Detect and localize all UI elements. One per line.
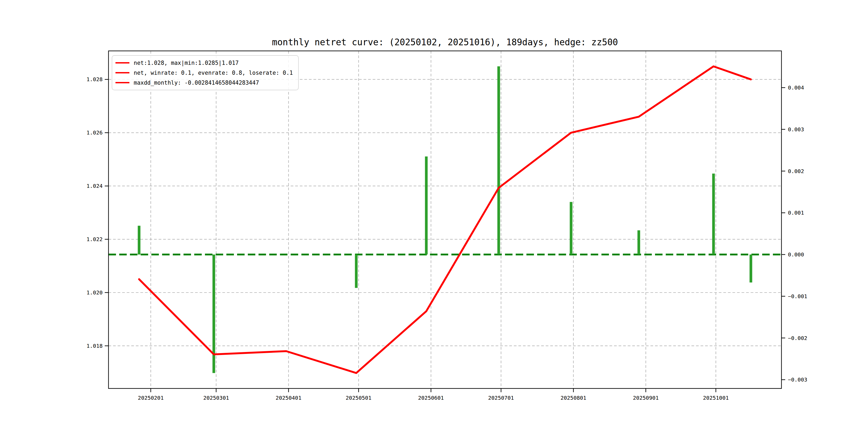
monthly-return-bar xyxy=(138,226,141,254)
legend-item-winrate: net, winrate: 0.1, evenrate: 0.8, losera… xyxy=(116,68,293,78)
legend-item-maxdd: maxdd_monthly: -0.0028414658044283447 xyxy=(116,78,293,88)
right-tick-label: −0.001 xyxy=(788,293,807,300)
left-tick-label: 1.020 xyxy=(87,289,103,296)
right-tick-label: −0.003 xyxy=(788,376,807,383)
x-tick-label: 20250501 xyxy=(346,395,371,401)
right-tick-label: 0.000 xyxy=(788,251,804,258)
monthly-return-bar xyxy=(355,254,358,288)
figure: monthly netret curve: (20250102, 2025101… xyxy=(0,0,868,434)
right-tick-label: 0.003 xyxy=(788,126,804,133)
legend-item-net: net:1.028, max|min:1.0285|1.017 xyxy=(116,58,293,68)
net-line-swatch-icon xyxy=(116,62,129,63)
plot-border xyxy=(108,51,781,389)
monthly-return-bar xyxy=(637,230,640,254)
left-tick-label: 1.018 xyxy=(87,343,103,349)
left-tick-label: 1.028 xyxy=(87,76,103,83)
x-tick-label: 20250701 xyxy=(488,395,514,401)
right-tick-label: 0.004 xyxy=(788,84,804,91)
x-tick-label: 20250301 xyxy=(203,395,229,401)
right-tick-label: 0.001 xyxy=(788,210,804,216)
left-tick-label: 1.022 xyxy=(87,236,103,243)
legend-label: maxdd_monthly: -0.0028414658044283447 xyxy=(134,80,259,86)
left-tick-label: 1.026 xyxy=(87,129,103,136)
net-line xyxy=(139,66,751,373)
legend-label: net, winrate: 0.1, evenrate: 0.8, losera… xyxy=(134,70,293,76)
right-tick-label: 0.002 xyxy=(788,168,804,175)
x-tick-label: 20250201 xyxy=(138,395,164,401)
x-tick-label: 20251001 xyxy=(703,395,729,401)
monthly-return-bar xyxy=(750,254,752,282)
net-line-swatch-icon xyxy=(116,82,129,83)
x-tick-label: 20250401 xyxy=(276,395,301,401)
monthly-return-bars xyxy=(138,66,752,373)
monthly-return-bar xyxy=(712,174,715,254)
monthly-return-bar xyxy=(425,156,428,254)
x-tick-label: 20250601 xyxy=(418,395,444,401)
left-tick-label: 1.024 xyxy=(87,183,103,189)
legend-label: net:1.028, max|min:1.0285|1.017 xyxy=(134,60,239,66)
monthly-return-bar xyxy=(570,202,572,254)
legend-box: net:1.028, max|min:1.0285|1.017 net, win… xyxy=(112,55,299,90)
x-tick-label: 20250801 xyxy=(560,395,586,401)
gridlines xyxy=(108,51,781,389)
monthly-return-bar xyxy=(497,66,500,254)
x-tick-label: 20250901 xyxy=(633,395,658,401)
net-line-swatch-icon xyxy=(116,72,129,73)
right-tick-label: −0.002 xyxy=(788,335,807,341)
axis-ticks: 1.0181.0201.0221.0241.0261.028−0.003−0.0… xyxy=(87,76,807,401)
